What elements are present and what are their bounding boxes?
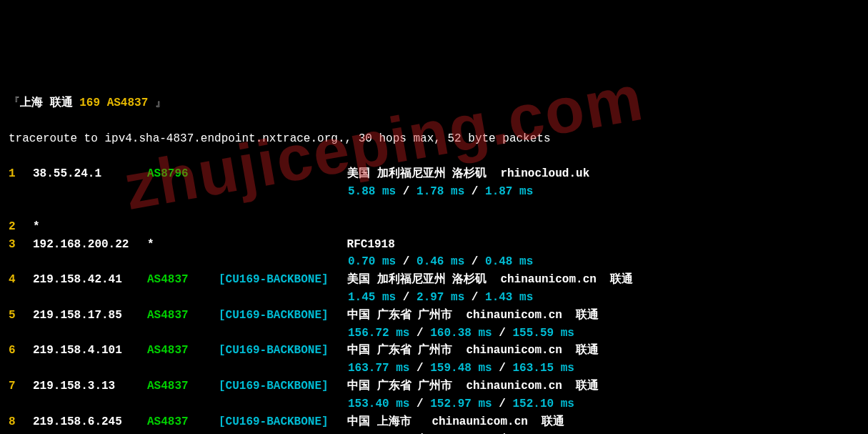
hop-backbone-tag: [CU169-BACKBONE] [219,271,347,289]
latency-value: 155.59 ms [512,327,574,340]
latency-separator: / [409,327,430,340]
latency-separator: / [492,327,513,340]
hop-number: 4 [9,271,33,289]
latency-value: 5.88 ms [348,185,396,198]
hop-ip: 219.158.4.101 [33,342,147,360]
latency-value: 1.78 ms [416,185,464,198]
latency-separator: / [492,398,513,410]
hop-number: 3 [9,236,33,254]
hop-asn: AS4837 [147,342,219,360]
latency-value: 152.10 ms [512,398,574,410]
hop-location: 美国 加利福尼亚州 洛杉矶 rhinocloud.uk [347,167,589,180]
latency-separator: / [492,362,513,375]
latency-separator: / [396,291,416,304]
latency-separator: / [409,398,430,410]
hop-ip: 219.158.17.85 [33,307,147,325]
latency-value: 0.48 ms [485,255,533,268]
hop-location: 中国 广东省 广州市 chinaunicom.cn 联通 [347,309,599,322]
latency-value: 160.38 ms [430,327,492,340]
hop-row: 7219.158.3.13AS4837[CU169-BACKBONE]中国 广东… [9,378,859,395]
hop-latency-row: 5.88 ms / 1.78 ms / 1.87 ms [9,183,859,201]
hop-number: 2 [9,218,33,236]
hop-latency-row: 1.45 ms / 2.97 ms / 1.43 ms [9,289,859,307]
latency-value: 2.97 ms [416,291,464,304]
latency-value: 159.48 ms [430,362,492,375]
hop-number: 7 [9,378,33,395]
hop-location: 美国 加利福尼亚州 洛杉矶 chinaunicom.cn 联通 [347,273,633,286]
hop-asn: AS8796 [147,165,219,183]
hop-row: 138.55.24.1AS8796美国 加利福尼亚州 洛杉矶 rhinoclou… [9,165,859,183]
hop-ip: 38.55.24.1 [33,165,147,183]
latency-separator: / [464,255,485,268]
latency-separator: / [396,185,416,198]
hop-backbone-tag: [CU169-BACKBONE] [219,413,347,431]
latency-separator: / [409,362,430,375]
latency-value: 163.15 ms [512,362,574,375]
latency-value: 152.97 ms [430,398,492,410]
terminal-output: 『上海 联通 169 AS4837 』 traceroute to ipv4.s… [9,77,859,434]
hop-row: 3192.168.200.22*RFC1918 [9,236,859,254]
hop-row: 8219.158.6.245AS4837[CU169-BACKBONE]中国 上… [9,413,859,431]
hop-latency-row: 0.70 ms / 0.46 ms / 0.48 ms [9,253,859,271]
hop-number: 8 [9,413,33,431]
latency-value: 1.43 ms [485,291,533,304]
latency-value: 1.45 ms [348,291,396,304]
latency-separator: / [464,185,485,198]
latency-value: 163.77 ms [348,362,409,375]
bracket-open: 『 [9,97,20,109]
hop-asn-star: * [147,238,154,251]
hop-number: 5 [9,307,33,325]
hop-latency-row: 186.04 ms / 184.96 ms / 183.49 ms [9,430,859,434]
hop-ip: 219.158.42.41 [33,271,147,289]
bracket-close: 』 [155,97,166,109]
latency-value: 1.87 ms [485,185,533,198]
hop-location: 中国 广东省 广州市 chinaunicom.cn 联通 [347,380,599,393]
hop-number: 6 [9,342,33,360]
hop-asn: AS4837 [147,413,219,431]
hop-location: 中国 广东省 广州市 chinaunicom.cn 联通 [347,344,599,357]
hop-ip: 192.168.200.22 [33,236,147,254]
hop-backbone-tag: [CU169-BACKBONE] [219,307,347,325]
hop-row: 6219.158.4.101AS4837[CU169-BACKBONE]中国 广… [9,342,859,360]
hop-star: * [33,220,40,233]
latency-value: 153.40 ms [348,398,409,410]
hop-location: RFC1918 [347,238,395,251]
latency-separator: / [464,291,485,304]
hop-ip: 219.158.6.245 [33,413,147,431]
hop-backbone-tag: [CU169-BACKBONE] [219,378,347,395]
hop-row: 4219.158.42.41AS4837[CU169-BACKBONE]美国 加… [9,271,859,289]
latency-value: 156.72 ms [348,327,409,340]
hop-row: 5219.158.17.85AS4837[CU169-BACKBONE]中国 广… [9,307,859,325]
hop-asn: AS4837 [147,271,219,289]
latency-value: 0.46 ms [416,255,464,268]
hop-backbone-tag: [CU169-BACKBONE] [219,342,347,360]
traceroute-command: traceroute to ipv4.sha-4837.endpoint.nxt… [9,130,859,148]
hop-latency-row: 156.72 ms / 160.38 ms / 155.59 ms [9,325,859,342]
hop-row: 2* [9,218,859,236]
hop-asn: AS4837 [147,307,219,325]
header-location: 上海 联通 [20,97,73,109]
trace-header: 『上海 联通 169 AS4837 』 [9,94,859,112]
latency-value: 0.70 ms [348,255,396,268]
hop-asn: AS4837 [147,378,219,395]
hop-latency-row: 163.77 ms / 159.48 ms / 163.15 ms [9,360,859,378]
header-asn: 169 AS4837 [79,97,148,109]
hop-latency-row: 153.40 ms / 152.97 ms / 152.10 ms [9,395,859,413]
hop-location: 中国 上海市 chinaunicom.cn 联通 [347,415,564,428]
hop-number: 1 [9,165,33,183]
traceroute-rows: 138.55.24.1AS8796美国 加利福尼亚州 洛杉矶 rhinoclou… [9,165,859,434]
hop-ip: 219.158.3.13 [33,378,147,395]
latency-separator: / [396,255,416,268]
